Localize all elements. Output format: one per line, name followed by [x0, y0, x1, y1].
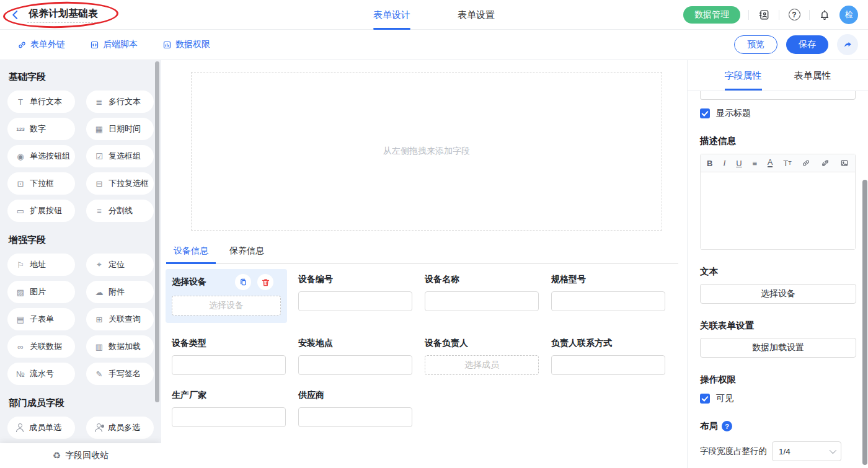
text-input[interactable]: [425, 291, 539, 311]
align-icon[interactable]: ≡: [752, 159, 757, 168]
field-device-type[interactable]: 设备类型: [172, 338, 286, 375]
share-button[interactable]: [837, 34, 858, 55]
field-item-member-multi[interactable]: 成员多选: [86, 417, 154, 439]
remove-link-icon[interactable]: [821, 159, 830, 167]
sidebar-scrollbar[interactable]: [155, 61, 159, 402]
person-icon: [16, 423, 25, 432]
text-input[interactable]: [172, 355, 286, 375]
insert-image-icon[interactable]: [840, 159, 849, 167]
data-manage-button[interactable]: 数据管理: [683, 6, 740, 24]
field-item-multi-select[interactable]: ⊟下拉复选框: [86, 172, 154, 195]
form-title[interactable]: 保养计划基础表: [27, 6, 99, 23]
underline-icon[interactable]: U: [736, 159, 742, 168]
text-input[interactable]: [172, 407, 286, 427]
field-item-select[interactable]: ⊡下拉框: [7, 172, 75, 195]
tab-device-info[interactable]: 设备信息: [166, 245, 216, 263]
field-item-image[interactable]: ▨图片: [7, 281, 75, 303]
field-item-serial-number[interactable]: №流水号: [7, 363, 75, 385]
select-icon: ⊡: [16, 179, 25, 188]
layout-section-title: 布局 ?: [700, 420, 856, 432]
field-item-signature[interactable]: ✎手写签名: [86, 363, 154, 385]
field-item-divider[interactable]: ≡分割线: [86, 200, 154, 222]
rich-text-toolbar: B I U ≡ A TT: [701, 154, 855, 172]
panel-scrollbar[interactable]: [862, 180, 867, 465]
field-device-name[interactable]: 设备名称: [425, 274, 539, 311]
divider-icon: ≡: [94, 206, 104, 216]
field-item-data-load[interactable]: ▥数据加载: [86, 335, 154, 358]
field-owner-contact[interactable]: 负责人联系方式: [551, 338, 665, 375]
select-device-setting-button[interactable]: 选择设备: [700, 284, 856, 304]
back-button[interactable]: [10, 9, 21, 20]
field-item-relation-data[interactable]: ∞关联数据: [7, 335, 75, 358]
selected-field-card[interactable]: 选择设备 选择设备: [166, 269, 287, 323]
field-item-radio-group[interactable]: ◉单选按钮组: [7, 145, 75, 167]
field-dropzone[interactable]: 从左侧拖拽来添加字段: [191, 72, 662, 231]
field-item-multi-line-text[interactable]: ≣多行文本: [86, 91, 154, 113]
tab-form-settings[interactable]: 表单设置: [458, 0, 495, 30]
font-size-icon[interactable]: TT: [783, 159, 791, 168]
help-icon[interactable]: ?: [787, 8, 801, 22]
text-input[interactable]: [298, 355, 412, 375]
field-item-datetime[interactable]: ▦日期时间: [86, 118, 154, 140]
text-input[interactable]: [551, 355, 665, 375]
field-label: 设备类型: [172, 338, 286, 349]
field-recycle-bin[interactable]: ♻ 字段回收站: [0, 443, 161, 468]
field-width-select[interactable]: 1/4: [772, 441, 841, 461]
bold-icon[interactable]: B: [707, 159, 712, 168]
device-picker-input[interactable]: 选择设备: [172, 296, 281, 316]
data-permission-link[interactable]: 数据权限: [162, 39, 210, 50]
field-select-device[interactable]: 选择设备 选择设备: [172, 274, 286, 323]
form-toolbar: 表单外链 后端脚本 数据权限 预览 保存: [0, 30, 868, 60]
tab-form-properties[interactable]: 表单属性: [794, 60, 831, 91]
show-title-checkbox[interactable]: [700, 108, 710, 118]
field-item-extend-button[interactable]: ▭扩展按钮: [7, 200, 75, 222]
field-item-member-single[interactable]: 成员单选: [7, 417, 75, 439]
tab-form-design[interactable]: 表单设计: [373, 0, 410, 30]
save-button[interactable]: 保存: [786, 35, 828, 54]
text-input[interactable]: [298, 407, 412, 427]
italic-icon[interactable]: I: [723, 158, 725, 168]
show-title-label: 显示标题: [716, 108, 751, 119]
backend-script-link[interactable]: 后端脚本: [90, 39, 138, 50]
field-supplier[interactable]: 供应商: [298, 390, 412, 427]
title-input-clipped[interactable]: [700, 91, 856, 100]
field-item-address[interactable]: ⚐地址: [7, 254, 75, 276]
user-avatar[interactable]: 检: [839, 6, 858, 24]
tab-field-properties[interactable]: 字段属性: [725, 60, 762, 91]
property-panel: 字段属性 表单属性 显示标题 描述信息 B I U ≡ A TT: [687, 60, 868, 468]
field-manufacturer[interactable]: 生产厂家: [172, 390, 286, 427]
field-item-number[interactable]: 123数字: [7, 118, 75, 140]
radio-icon: ◉: [16, 152, 25, 161]
field-item-geolocation[interactable]: ⌖定位: [86, 254, 154, 276]
member-picker-input[interactable]: 选择成员: [425, 355, 539, 375]
field-spec-model[interactable]: 规格型号: [551, 274, 665, 311]
form-external-link[interactable]: 表单外链: [17, 39, 65, 50]
serial-number-icon: №: [16, 369, 25, 379]
notification-bell-icon[interactable]: [818, 8, 831, 22]
font-color-icon[interactable]: A: [768, 159, 773, 167]
field-item-single-line-text[interactable]: T单行文本: [7, 91, 75, 113]
delete-field-button[interactable]: [257, 274, 273, 290]
field-device-owner[interactable]: 设备负责人 选择成员: [425, 338, 539, 375]
field-device-code[interactable]: 设备编号: [298, 274, 412, 311]
divider: [748, 10, 749, 20]
preview-button[interactable]: 预览: [734, 35, 777, 54]
field-item-subform[interactable]: ▤子表单: [7, 308, 75, 330]
description-textarea[interactable]: [701, 172, 855, 249]
copy-field-button[interactable]: [235, 274, 251, 290]
data-load-settings-button[interactable]: 数据加载设置: [700, 338, 856, 358]
field-label: 规格型号: [551, 274, 665, 285]
visible-checkbox[interactable]: [700, 394, 710, 404]
insert-link-icon[interactable]: [802, 159, 810, 167]
tab-maintenance-info[interactable]: 保养信息: [222, 245, 272, 263]
field-label: 选择设备: [172, 276, 206, 288]
layout-help-icon[interactable]: ?: [722, 421, 732, 431]
address-book-icon[interactable]: [757, 8, 771, 22]
field-item-relation-query[interactable]: ⊞关联查询: [86, 308, 154, 330]
field-install-location[interactable]: 安装地点: [298, 338, 412, 375]
field-item-checkbox-group[interactable]: ☑复选框组: [86, 145, 154, 167]
text-input[interactable]: [298, 291, 412, 311]
multi-select-icon: ⊟: [94, 179, 104, 188]
text-input[interactable]: [551, 291, 665, 311]
field-item-attachment[interactable]: ☁附件: [86, 281, 154, 303]
